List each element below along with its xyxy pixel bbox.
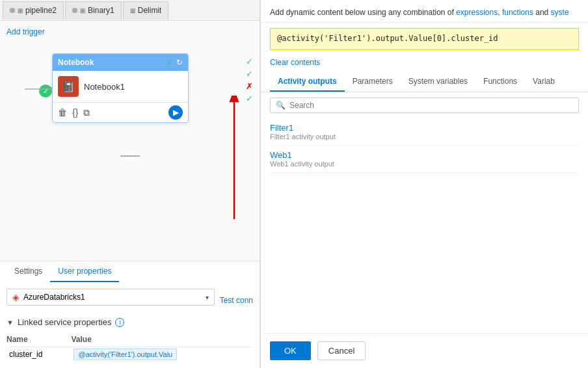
separator [120,155,140,157]
item-subtitle-web1: Web1 activity output [270,160,579,168]
dynamic-content-header: Add dynamic content below using any comb… [261,0,588,23]
bottom-tabs: Settings User properties [0,261,260,282]
search-input[interactable] [289,101,573,110]
databricks-icon: ◈ [12,292,20,302]
copy-icon[interactable]: ⧉ [83,107,90,118]
search-box[interactable]: 🔍 [270,98,579,113]
status-check-2: ✓ [246,69,253,79]
col-value-header: Value [71,332,253,347]
notebook-title: Notebook [58,58,94,67]
tab-binary1-label: Binary1 [88,6,114,15]
table-row: cluster_id @activity('Filter1').output.V… [7,347,253,362]
clear-contents-link[interactable]: Clear contents [270,58,579,67]
service-dropdown[interactable]: ◈ AzureDatabricks1 ▾ [7,289,215,306]
status-check-1: ✓ [246,57,253,66]
tab-dot-2 [72,8,77,13]
linked-service-title: Linked service properties [18,317,112,327]
tab-dot [10,8,15,13]
tab-system-variables[interactable]: System variables [401,72,475,92]
tab-parameters[interactable]: Parameters [345,72,401,92]
test-connection-link[interactable]: Test conn [220,296,253,305]
info-icon: i [115,318,124,327]
notebook-header: Notebook ✓ ↻ [53,54,188,71]
chevron-down-icon: ▾ [206,294,209,301]
notebook-actions: 🗑 {} ⧉ ▶ [53,103,188,122]
delete-icon[interactable]: 🗑 [58,107,67,118]
properties-panel: ◈ AzureDatabricks1 ▾ Test conn ▼ Linked … [0,282,260,368]
item-list: Filter1 Filter1 activity output Web1 Web… [261,118,588,333]
list-item-web1[interactable]: Web1 Web1 activity output [270,146,579,173]
red-arrow-svg [208,96,260,226]
canvas-area: Add trigger ✓ Notebook ✓ ↻ 📓 Notebook1 [0,21,260,261]
expressions-link[interactable]: expressions [456,8,498,17]
tab-pipeline2[interactable]: ⊞ pipeline2 [3,1,64,20]
tab-pipeline2-label: pipeline2 [25,6,57,15]
right-panel: Add dynamic content below using any comb… [260,0,588,368]
search-icon: 🔍 [276,101,286,110]
ok-button[interactable]: OK [270,341,311,360]
code-icon[interactable]: {} [72,107,78,118]
notebook-activity-icon: 📓 [58,76,79,97]
header-text: Add dynamic content below using any comb… [270,8,456,17]
left-panel: ⊞ pipeline2 ⊞ Binary1 ⊞ Delimit Add trig… [0,0,260,368]
check-icon: ✓ [166,57,174,68]
prop-value-cell[interactable]: @activity('Filter1').output.Valu [71,347,253,362]
expression-box[interactable]: @activity('Filter1').output.Value[0].clu… [270,28,579,50]
status-x: ✗ [246,81,253,91]
notebook-activity-name: Notebook1 [84,82,125,92]
tab-delimit[interactable]: ⊞ Delimit [123,1,169,20]
pipeline-tab-bar: ⊞ pipeline2 ⊞ Binary1 ⊞ Delimit [0,0,260,21]
run-icon[interactable]: ▶ [168,105,183,120]
table-icon: ⊞ [18,7,23,14]
success-badge: ✓ [39,85,52,98]
notebook-body: 📓 Notebook1 [53,71,188,103]
prop-name-cell: cluster_id [7,347,71,362]
collapse-icon[interactable]: ▼ [7,319,14,326]
system-link[interactable]: syste [551,8,569,17]
content-tabs: Activity outputs Parameters System varia… [261,72,588,92]
add-trigger-link[interactable]: Add trigger [7,27,45,36]
expression-value: @activity('Filter1').output.Value[0].clu… [277,34,498,43]
tab-settings[interactable]: Settings [7,261,50,282]
tab-functions[interactable]: Functions [475,72,525,92]
prop-value-expression: @activity('Filter1').output.Valu [74,348,177,360]
refresh-icon[interactable]: ↻ [176,58,183,67]
action-icons-left: 🗑 {} ⧉ [58,107,90,118]
linked-service-header: ▼ Linked service properties i [7,317,253,327]
properties-table: Name Value cluster_id @activity('Filter1… [7,332,253,361]
tab-activity-outputs[interactable]: Activity outputs [270,72,345,92]
tab-delimit-label: Delimit [138,6,162,15]
col-name-header: Name [7,332,71,347]
table-icon-3: ⊞ [130,7,135,14]
tab-binary1[interactable]: ⊞ Binary1 [65,1,122,20]
expression-area: @activity('Filter1').output.Value[0].clu… [261,23,588,55]
item-subtitle-filter1: Filter1 activity output [270,133,579,140]
item-title-web1: Web1 [270,150,579,160]
cancel-button[interactable]: Cancel [317,341,366,360]
tab-user-properties[interactable]: User properties [50,261,119,282]
list-item-filter1[interactable]: Filter1 Filter1 activity output [270,118,579,146]
tab-variables[interactable]: Variab [525,72,563,92]
functions-link[interactable]: functions [502,8,533,17]
service-name-label: AzureDatabricks1 [23,293,202,302]
dialog-footer: OK Cancel [261,333,588,368]
notebook-block: Notebook ✓ ↻ 📓 Notebook1 🗑 {} ⧉ ▶ [52,53,189,123]
notebook-header-icons: ✓ ↻ [166,57,183,68]
table-icon-2: ⊞ [80,7,85,14]
service-dropdown-row: ◈ AzureDatabricks1 ▾ Test conn [7,289,253,312]
item-title-filter1: Filter1 [270,123,579,133]
